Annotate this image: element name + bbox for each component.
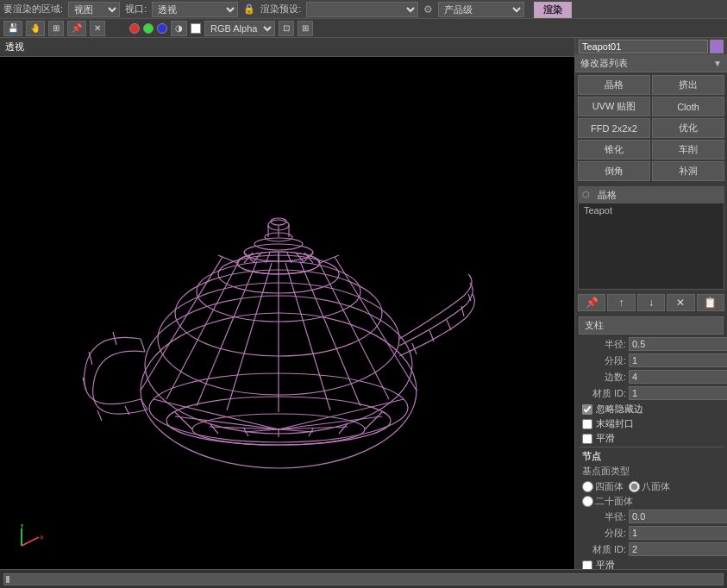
timeline-cursor <box>6 576 9 583</box>
icosa-radio[interactable] <box>582 496 593 507</box>
top-toolbar: 要渲染的区域: 视图 视口: 透视 🔒 渲染预设: ⚙ 产品级 渲染 <box>0 0 727 19</box>
properties-panel: 支柱 半径: ▲ ▼ 分段: ▲ ▼ 边数: <box>575 313 727 569</box>
mat-id-label: 材质 ID: <box>579 387 626 400</box>
node-smooth-checkbox[interactable] <box>582 560 592 570</box>
svg-line-62 <box>279 429 313 432</box>
octa-radio[interactable] <box>629 481 640 492</box>
modifier-list-dropdown-icon[interactable]: ▼ <box>713 59 722 68</box>
channel-select[interactable]: RGB Alpha <box>204 21 275 36</box>
viewport-header: 透视 <box>0 38 574 57</box>
stack-down-button[interactable]: ↓ <box>637 294 665 311</box>
svg-line-42 <box>447 320 451 330</box>
stack-up-button[interactable]: ↑ <box>607 294 635 311</box>
svg-line-58 <box>365 412 382 429</box>
modifier-btn-uvw[interactable]: UVW 贴图 <box>578 97 650 116</box>
viewport-select[interactable]: 透视 <box>152 2 238 17</box>
teapot-wireframe <box>72 132 503 494</box>
object-color-swatch[interactable] <box>710 40 724 53</box>
modifier-btn-cap-holes[interactable]: 补洞 <box>652 161 724 181</box>
object-name-bar <box>575 38 727 55</box>
second-toolbar: 💾 🤚 ⊞ 📌 ✕ ◑ RGB Alpha ⊡ ⊞ <box>0 19 727 38</box>
node-section-title: 节点 <box>579 447 724 465</box>
base-type-label: 基点面类型 <box>579 465 724 478</box>
main-layout: 透视 <box>0 38 727 569</box>
mono-button[interactable]: ◑ <box>171 21 187 36</box>
segments-row: 分段: ▲ ▼ <box>579 353 724 367</box>
svg-line-10 <box>227 263 272 410</box>
modifier-btn-cloth[interactable]: Cloth <box>652 97 724 116</box>
radius-input[interactable] <box>629 337 727 351</box>
ignore-hidden-checkbox[interactable] <box>582 404 592 415</box>
red-channel-dot <box>129 23 140 34</box>
radio-group-1: 四面体 八面体 <box>579 480 724 493</box>
svg-text:X: X <box>40 534 43 541</box>
modifier-btn-lathe[interactable]: 车削 <box>652 140 724 160</box>
hand-icon-button[interactable]: 🤚 <box>26 21 45 36</box>
stack-copy-button[interactable]: 📋 <box>697 294 724 311</box>
node-mat-id-label: 材质 ID: <box>579 543 626 556</box>
blue-channel-dot <box>157 23 167 34</box>
node-radius-input[interactable] <box>629 510 727 523</box>
radius-label: 半径: <box>579 338 626 351</box>
modifier-btn-optimize[interactable]: 优化 <box>652 118 724 138</box>
preset-gear-button[interactable]: ⚙ <box>423 3 433 16</box>
stack-delete-button[interactable]: ✕ <box>667 294 694 311</box>
end-cap-checkbox[interactable] <box>582 419 592 429</box>
modifier-stack: ⬡ 晶格 Teapot <box>578 186 724 290</box>
end-cap-label: 末端封口 <box>596 417 634 430</box>
stack-actions: 📌 ↑ ↓ ✕ 📋 <box>575 292 727 313</box>
node-radius-row: 半径: ▲ ▼ <box>579 510 724 523</box>
stack-pin-button[interactable]: 📌 <box>578 294 605 311</box>
modifier-btn-lattice[interactable]: 晶格 <box>578 75 650 95</box>
modifier-btn-extrude[interactable]: 挤出 <box>652 75 724 95</box>
timeline-track[interactable] <box>3 573 724 585</box>
viewport-perspective-label[interactable]: 透视 <box>5 41 24 53</box>
modifier-stack-lattice-label: 晶格 <box>598 189 617 202</box>
viewport-canvas[interactable]: X Y <box>0 57 574 569</box>
node-mat-id-input[interactable] <box>629 542 727 556</box>
fit-button[interactable]: ⊡ <box>279 21 294 36</box>
modifier-btn-ffd[interactable]: FFD 2x2x2 <box>578 118 650 138</box>
svg-point-36 <box>271 218 286 225</box>
viewport-area: 透视 <box>0 38 575 569</box>
svg-line-15 <box>335 257 417 391</box>
ignore-hidden-label: 忽略隐藏边 <box>596 403 643 416</box>
grid-icon-button[interactable]: ⊞ <box>48 21 64 36</box>
svg-line-13 <box>300 261 360 406</box>
edges-input[interactable] <box>629 370 727 384</box>
icosa-radio-label: 二十面体 <box>582 495 633 508</box>
quality-select[interactable]: 产品级 <box>438 2 524 17</box>
render-button[interactable]: 渲染 <box>534 2 572 18</box>
pin-icon-button[interactable]: 📌 <box>67 21 86 36</box>
tetra-radio[interactable] <box>582 481 593 492</box>
segments-input[interactable] <box>629 353 727 367</box>
modifier-stack-teapot[interactable]: Teapot <box>579 203 724 217</box>
smooth-checkbox[interactable] <box>582 434 592 444</box>
modifier-list-header: 修改器列表 ▼ <box>575 55 727 72</box>
radio-group-2: 二十面体 <box>579 495 724 508</box>
render-region-select[interactable]: 视图 <box>68 2 120 17</box>
node-smooth-row: 平滑 <box>579 559 724 569</box>
svg-line-12 <box>285 263 330 410</box>
preset-select[interactable] <box>306 2 418 17</box>
expand-button[interactable]: ⊞ <box>298 21 313 36</box>
edges-label: 边数: <box>579 371 626 384</box>
smooth-row: 平滑 <box>579 432 724 445</box>
close-icon-button[interactable]: ✕ <box>90 21 105 36</box>
modifier-buttons-grid: 晶格 挤出 UVW 贴图 Cloth FFD 2x2x2 优化 锥化 车削 倒角… <box>575 72 727 184</box>
svg-text:Y: Y <box>20 524 25 529</box>
save-icon-button[interactable]: 💾 <box>3 21 22 36</box>
modifier-btn-bevel[interactable]: 倒角 <box>578 161 650 181</box>
icosa-label: 二十面体 <box>595 495 633 508</box>
node-mat-id-row: 材质 ID: ▲ ▼ <box>579 542 724 556</box>
mat-id-input[interactable] <box>629 386 727 400</box>
octa-radio-label: 八面体 <box>629 480 670 493</box>
node-segments-input[interactable] <box>629 526 727 540</box>
modifier-stack-lattice[interactable]: ⬡ 晶格 <box>579 187 724 203</box>
octa-label: 八面体 <box>642 480 670 493</box>
node-segments-label: 分段: <box>579 527 626 540</box>
modifier-btn-taper[interactable]: 锥化 <box>578 140 650 160</box>
object-name-input[interactable] <box>579 40 708 53</box>
support-section-header: 支柱 <box>579 316 724 335</box>
svg-line-49 <box>97 410 102 421</box>
